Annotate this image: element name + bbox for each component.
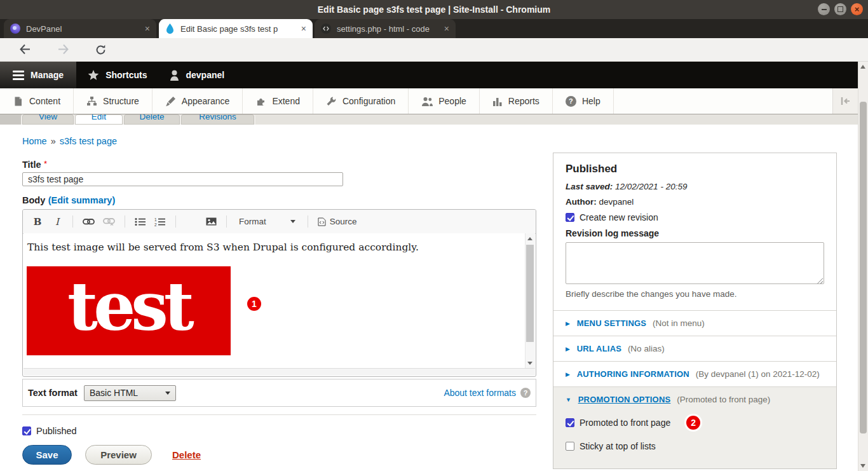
section-summary: (Not in menu) bbox=[653, 318, 705, 328]
close-button[interactable]: × bbox=[851, 3, 863, 15]
menu-item-structure[interactable]: Structure bbox=[74, 88, 153, 114]
editor-scrollbar-thumb[interactable] bbox=[526, 245, 534, 342]
delete-link[interactable]: Delete bbox=[172, 449, 201, 460]
tab-close-icon[interactable]: × bbox=[301, 24, 306, 33]
section-promotion-options[interactable]: ▼ PROMOTION OPTIONS (Promoted to front p… bbox=[553, 386, 836, 469]
scroll-down-icon[interactable] bbox=[527, 362, 532, 365]
test-image[interactable]: test bbox=[27, 266, 231, 355]
section-authoring-information[interactable]: ▶ AUTHORING INFORMATION (By devpanel (1)… bbox=[553, 361, 836, 386]
italic-button[interactable]: I bbox=[51, 215, 63, 229]
user-label: devpanel bbox=[186, 70, 224, 80]
status-heading: Published bbox=[566, 163, 824, 175]
chevron-down-icon bbox=[165, 392, 170, 395]
window-title: Edit Basic page s3fs test page | Site-In… bbox=[318, 4, 550, 15]
menu-item-content[interactable]: Content bbox=[0, 88, 74, 114]
published-row: Published bbox=[22, 426, 77, 436]
bar-chart-icon bbox=[492, 96, 503, 106]
toolbar-item-user[interactable]: devpanel bbox=[158, 62, 236, 88]
section-url-alias[interactable]: ▶ URL ALIAS (No alias) bbox=[553, 336, 836, 361]
node-tab-view[interactable]: View bbox=[22, 114, 74, 125]
sticky-at-top-checkbox[interactable] bbox=[566, 442, 574, 451]
reload-button[interactable] bbox=[95, 44, 106, 55]
format-dropdown[interactable]: Format bbox=[236, 217, 298, 226]
text-format-select[interactable]: Basic HTML bbox=[84, 385, 176, 401]
node-tab-revisions[interactable]: Revisions bbox=[181, 114, 254, 125]
bold-button[interactable]: B bbox=[32, 215, 43, 229]
svg-text:1: 1 bbox=[154, 217, 157, 222]
source-button[interactable]: Source bbox=[318, 217, 357, 226]
blockquote-button[interactable] bbox=[186, 217, 197, 226]
about-text-formats-link[interactable]: About text formats bbox=[444, 388, 516, 398]
promoted-label: Promoted to front page bbox=[580, 418, 670, 428]
breadcrumb-current-link[interactable]: s3fs test page bbox=[60, 136, 117, 146]
unlink-button[interactable] bbox=[103, 215, 115, 229]
chevron-right-icon: ▶ bbox=[566, 371, 570, 378]
author: Author: devpanel bbox=[566, 197, 824, 207]
edit-summary-link[interactable]: (Edit summary) bbox=[48, 195, 116, 205]
form-actions: Save Preview Delete bbox=[22, 445, 201, 465]
toolbar-separator bbox=[125, 215, 125, 228]
tabs-band-cap bbox=[0, 114, 22, 125]
menu-item-appearance[interactable]: Appearance bbox=[153, 88, 243, 114]
tab-settings-php[interactable]: settings.php - html - code × bbox=[315, 19, 456, 38]
menu-item-help[interactable]: ? Help bbox=[553, 88, 614, 114]
revision-log-textarea[interactable] bbox=[566, 242, 824, 284]
scroll-up-icon[interactable] bbox=[527, 237, 532, 240]
image-button[interactable] bbox=[205, 215, 217, 229]
maximize-button[interactable] bbox=[834, 3, 846, 15]
title-input[interactable] bbox=[22, 172, 343, 186]
hamburger-icon bbox=[13, 71, 24, 80]
editor-scrollbar[interactable] bbox=[525, 233, 535, 369]
test-image-text: test bbox=[67, 268, 190, 346]
promoted-to-front-page-checkbox[interactable] bbox=[566, 418, 574, 427]
last-saved: Last saved: 12/02/2021 - 20:59 bbox=[566, 182, 824, 191]
tab-devpanel[interactable]: DevPanel × bbox=[4, 19, 156, 38]
breadcrumb-home-link[interactable]: Home bbox=[22, 136, 47, 146]
menu-item-reports[interactable]: Reports bbox=[480, 88, 553, 114]
source-icon bbox=[318, 217, 326, 226]
toolbar-item-shortcuts[interactable]: Shortcuts bbox=[76, 62, 158, 88]
create-revision-checkbox[interactable] bbox=[566, 213, 574, 222]
tab-edit-basic-page[interactable]: Edit Basic page s3fs test p × bbox=[159, 19, 313, 38]
chevron-right-icon: ▶ bbox=[566, 346, 570, 352]
tab-close-icon[interactable]: × bbox=[444, 24, 449, 33]
forward-button[interactable] bbox=[57, 44, 69, 55]
published-checkbox[interactable] bbox=[22, 427, 31, 435]
scroll-down-icon[interactable] bbox=[860, 464, 865, 468]
minimize-button[interactable] bbox=[818, 3, 830, 15]
preview-button[interactable]: Preview bbox=[85, 445, 152, 465]
paintbrush-icon bbox=[165, 96, 176, 107]
editor-paragraph: This test image will be served from S3 w… bbox=[24, 233, 535, 253]
minimize-icon bbox=[822, 9, 827, 10]
menu-item-configuration[interactable]: Configuration bbox=[313, 88, 409, 114]
sticky-label: Sticky at top of lists bbox=[580, 441, 656, 451]
bulleted-list-button[interactable] bbox=[135, 215, 146, 229]
tab-close-icon[interactable]: × bbox=[145, 24, 150, 33]
question-mark-icon: ? bbox=[566, 96, 576, 107]
scroll-up-icon[interactable] bbox=[860, 65, 865, 69]
editor-bottom-bar bbox=[24, 368, 535, 376]
sticky-option-row: Sticky at top of lists bbox=[566, 441, 824, 451]
browser-scrollbar[interactable] bbox=[858, 62, 868, 471]
editor-content[interactable]: This test image will be served from S3 w… bbox=[24, 233, 535, 369]
link-button[interactable] bbox=[83, 215, 95, 229]
node-tab-delete[interactable]: Delete bbox=[124, 114, 180, 125]
section-summary: (No alias) bbox=[628, 344, 665, 353]
menu-item-people[interactable]: People bbox=[409, 88, 480, 114]
toolbar-item-manage[interactable]: Manage bbox=[0, 62, 76, 88]
menu-label: Reports bbox=[508, 96, 539, 106]
help-question-icon[interactable]: ? bbox=[520, 388, 531, 398]
section-menu-settings[interactable]: ▶ MENU SETTINGS (Not in menu) bbox=[553, 310, 836, 336]
node-tab-edit[interactable]: Edit bbox=[75, 114, 123, 125]
menu-item-extend[interactable]: Extend bbox=[243, 88, 313, 114]
numbered-list-button[interactable]: 12 bbox=[154, 215, 166, 229]
scrollbar-thumb[interactable] bbox=[860, 102, 867, 433]
breadcrumb-separator: » bbox=[51, 136, 56, 146]
annotation-badge-2: 2 bbox=[684, 414, 702, 432]
drupal-admin-toolbar: Manage Shortcuts devpanel bbox=[0, 62, 858, 88]
back-button[interactable] bbox=[19, 44, 31, 55]
menu-label: Content bbox=[29, 96, 60, 106]
toolbar-collapse-button[interactable] bbox=[832, 88, 858, 114]
save-button[interactable]: Save bbox=[22, 445, 72, 465]
title-field-label: Title * bbox=[22, 159, 47, 170]
